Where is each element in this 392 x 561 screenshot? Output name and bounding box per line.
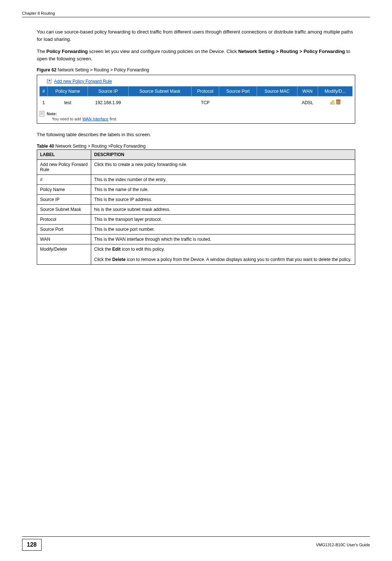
col-source-ip: Source IP bbox=[88, 87, 128, 96]
col-wan: WAN bbox=[297, 87, 318, 96]
table-row: Source Subnet Maskhis is the source subn… bbox=[37, 204, 355, 214]
cell-num: 1 bbox=[40, 96, 48, 109]
desc-header-desc: DESCRIPTION bbox=[91, 149, 355, 159]
cell-source-ip: 192.168.1.99 bbox=[88, 96, 128, 109]
table-row: Add new Policy Forward RuleClick this to… bbox=[37, 159, 355, 174]
screenshot-policy-forwarding: Add new Policy Forward Rule # Policy Nam… bbox=[37, 75, 355, 124]
edit-icon[interactable] bbox=[330, 99, 335, 106]
table-row: #This is the index number of the entry. bbox=[37, 174, 355, 184]
col-protocol: Protocol bbox=[191, 87, 219, 96]
col-policy-name: Policy Name bbox=[48, 87, 88, 96]
cell-source-mac bbox=[257, 96, 297, 109]
cell-subnet bbox=[128, 96, 191, 109]
svg-rect-6 bbox=[336, 100, 340, 104]
paragraph-3: The following table describes the labels… bbox=[37, 131, 355, 138]
delete-icon[interactable] bbox=[336, 99, 341, 106]
table-row: Modify/Delete Click the Edit icon to edi… bbox=[37, 244, 355, 264]
add-icon bbox=[47, 79, 52, 84]
description-table: LABEL DESCRIPTION Add new Policy Forward… bbox=[37, 149, 355, 265]
table-row: Source PortThis is the source port numbe… bbox=[37, 224, 355, 234]
table-row: Policy NameThis is the name of the rule. bbox=[37, 184, 355, 194]
note-row: Note: bbox=[39, 111, 353, 117]
svg-rect-9 bbox=[40, 111, 44, 116]
col-num: # bbox=[40, 87, 48, 96]
paragraph-1: You can use source-based policy forwardi… bbox=[37, 28, 355, 43]
cell-modify bbox=[318, 96, 352, 109]
table-row: WANThis is the WAN interface through whi… bbox=[37, 234, 355, 244]
cell-wan: ADSL bbox=[297, 96, 318, 109]
note-label: Note: bbox=[47, 112, 57, 116]
cell-policy-name: test bbox=[48, 96, 88, 109]
figure-caption: Figure 62 Network Setting > Routing > Po… bbox=[37, 67, 355, 73]
table-caption: Table 40 Network Setting > Routing >Poli… bbox=[37, 144, 355, 149]
table-row: Source IPThis is the source IP address. bbox=[37, 194, 355, 204]
page-header: Chapter 8 Routing bbox=[22, 11, 370, 17]
col-modify: Modify/D... bbox=[318, 87, 352, 96]
chapter-title: Chapter 8 Routing bbox=[22, 11, 55, 15]
cell-source-port bbox=[219, 96, 257, 109]
paragraph-2: The Policy Forwarding screen let you vie… bbox=[37, 48, 355, 62]
note-body: You need to add WAN Interface first. bbox=[52, 117, 353, 121]
note-icon bbox=[39, 111, 44, 117]
table-row: 1 test 192.168.1.99 TCP ADSL bbox=[40, 96, 353, 109]
col-subnet: Source Subnet Mask bbox=[128, 87, 191, 96]
desc-header-label: LABEL bbox=[37, 149, 91, 159]
policy-table: # Policy Name Source IP Source Subnet Ma… bbox=[39, 86, 353, 109]
table-row: ProtocolThis is the transport layer prot… bbox=[37, 214, 355, 224]
col-source-mac: Source MAC bbox=[257, 87, 297, 96]
cell-protocol: TCP bbox=[191, 96, 219, 109]
wan-interface-link[interactable]: WAN Interface bbox=[82, 117, 108, 121]
col-source-port: Source Port bbox=[219, 87, 257, 96]
svg-rect-8 bbox=[338, 99, 339, 100]
add-policy-link[interactable]: Add new Policy Forward Rule bbox=[47, 79, 112, 84]
add-policy-label: Add new Policy Forward Rule bbox=[54, 79, 112, 84]
